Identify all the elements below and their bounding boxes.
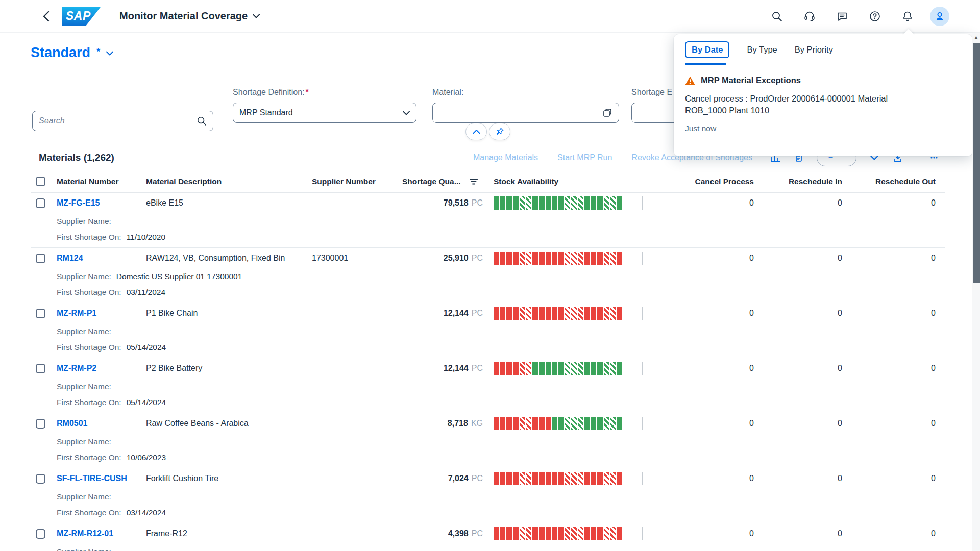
shortage-definition-select[interactable]: MRP Standard: [233, 103, 416, 123]
shortage-quantity-cell: 8,718KG: [385, 419, 483, 428]
material-input-field[interactable]: [439, 108, 602, 117]
table-row[interactable]: MZ-RM-R12-01 Frame-R12 4,398PC 0 0 0: [31, 523, 945, 544]
material-number-link[interactable]: MZ-RM-R12-01: [57, 529, 113, 538]
row-checkbox[interactable]: [36, 419, 45, 429]
shortage-unit: PC: [472, 254, 483, 262]
start-mrp-run-button[interactable]: Start MRP Run: [557, 153, 612, 162]
stock-availability-bar: [494, 196, 622, 210]
scrollbar-thumb[interactable]: [973, 43, 980, 283]
stock-segment: [617, 307, 622, 320]
select-all-checkbox[interactable]: [36, 177, 45, 186]
row-checkbox[interactable]: [36, 309, 45, 318]
row-checkbox[interactable]: [36, 529, 45, 539]
stock-segment: [500, 417, 506, 430]
manage-materials-button[interactable]: Manage Materials: [473, 153, 538, 162]
row-checkbox[interactable]: [36, 254, 45, 263]
material-number-link[interactable]: RM0501: [57, 419, 87, 428]
row-checkbox[interactable]: [36, 198, 45, 208]
stock-segment: [578, 307, 583, 320]
row-checkbox[interactable]: [36, 364, 45, 373]
column-cancel-process[interactable]: Cancel Process: [651, 177, 754, 186]
material-number-link[interactable]: RM124: [57, 254, 83, 262]
reschedule-in-value: 0: [754, 474, 842, 483]
stock-segment: [520, 527, 525, 540]
stock-segment: [552, 417, 557, 430]
stock-segment: [539, 196, 545, 210]
column-shortage-quantity[interactable]: Shortage Qua...: [385, 177, 483, 186]
pin-filter-button[interactable]: [489, 123, 510, 140]
column-material-description[interactable]: Material Description: [130, 177, 294, 186]
material-number-link[interactable]: SF-FL-TIRE-CUSH: [57, 474, 127, 483]
stock-segment: [571, 362, 577, 375]
material-number-link[interactable]: MZ-FG-E15: [57, 198, 100, 207]
tab-by-priority[interactable]: By Priority: [795, 45, 833, 55]
collapse-filter-button[interactable]: [465, 123, 487, 140]
stock-segment: [604, 472, 609, 485]
table-row[interactable]: MZ-FG-E15 eBike E15 79,518PC 0 0 0: [31, 193, 945, 213]
app-title-menu[interactable]: Monitor Material Coverage: [119, 10, 260, 22]
stock-segment: [597, 252, 603, 265]
stock-segment: [558, 362, 564, 375]
tab-by-type[interactable]: By Type: [747, 45, 777, 55]
table-row[interactable]: MZ-RM-P2 P2 Bike Battery 12,144PC 0 0 0: [31, 358, 945, 379]
column-reschedule-out[interactable]: Reschedule Out: [842, 177, 936, 186]
help-icon[interactable]: [865, 6, 885, 27]
material-input[interactable]: [432, 103, 619, 123]
shortage-quantity-cell: 25,910PC: [385, 254, 483, 263]
cancel-process-value: 0: [651, 198, 754, 208]
table-row[interactable]: RM0501 Raw Coffee Beans - Arabica 8,718K…: [31, 413, 945, 434]
page-scrollbar[interactable]: ▲: [972, 33, 980, 551]
chevron-down-icon: [253, 14, 260, 18]
material-number-link[interactable]: MZ-RM-P1: [57, 309, 96, 317]
stock-availability-cell: [483, 307, 651, 320]
chevron-up-icon: [473, 129, 480, 134]
stock-availability-bar: [494, 252, 622, 265]
material-row-block: MZ-RM-P1 P1 Bike Chain 12,144PC 0 0 0 Su…: [31, 303, 945, 358]
stock-segment: [578, 527, 583, 540]
supplier-name-row: Supplier Name:: [57, 544, 945, 551]
first-shortage-row: First Shortage On: 05/14/2024: [57, 394, 945, 411]
stock-segment: [604, 417, 609, 430]
column-supplier-number[interactable]: Supplier Number: [294, 177, 385, 186]
active-tab-underline: [685, 63, 726, 65]
back-button[interactable]: [40, 10, 52, 22]
shortage-unit: PC: [472, 309, 483, 317]
column-material-number[interactable]: Material Number: [49, 177, 130, 186]
column-stock-availability[interactable]: Stock Availability: [483, 177, 651, 186]
supplier-name-label: Supplier Name:: [57, 492, 111, 502]
material-number-link[interactable]: MZ-RM-P2: [57, 364, 96, 372]
scrollbar-up-arrow[interactable]: ▲: [972, 35, 980, 40]
table-row[interactable]: SF-FL-TIRE-CUSH Forklift Cushion Tire 7,…: [31, 468, 945, 489]
stock-segment: [520, 252, 525, 265]
first-shortage-row: First Shortage On: 05/14/2024: [57, 339, 945, 356]
supplier-name-row: Supplier Name:: [57, 323, 945, 339]
stock-segment: [591, 362, 597, 375]
column-reschedule-in[interactable]: Reschedule In: [754, 177, 842, 186]
stock-segment: [494, 362, 499, 375]
variant-selector[interactable]: Standard *: [31, 45, 113, 61]
table-row[interactable]: RM124 RAW124, VB, Consumption, Fixed Bin…: [31, 248, 945, 268]
stock-segment: [604, 527, 609, 540]
reschedule-out-value: 0: [842, 254, 936, 263]
bell-icon[interactable]: [897, 6, 918, 27]
notification-body: Cancel process : ProdOrder 2000614-00000…: [685, 93, 909, 117]
reschedule-in-value: 0: [754, 364, 842, 373]
tab-by-date[interactable]: By Date: [685, 41, 729, 58]
value-help-icon[interactable]: [602, 108, 612, 118]
stock-segment: [604, 196, 609, 210]
search-input[interactable]: [39, 116, 197, 126]
table-header-row: Material Number Material Description Sup…: [31, 170, 945, 193]
notification-item[interactable]: MRP Material Exceptions Cancel process :…: [674, 65, 972, 133]
first-shortage-row: First Shortage On: 10/06/2023: [57, 449, 945, 466]
first-shortage-label: First Shortage On:: [57, 398, 121, 407]
shortage-quantity-cell: 79,518PC: [385, 198, 483, 208]
row-checkbox[interactable]: [36, 474, 45, 484]
stock-segment: [565, 362, 571, 375]
user-avatar[interactable]: [930, 7, 949, 26]
search-icon[interactable]: [197, 116, 207, 126]
chat-icon[interactable]: [832, 6, 852, 27]
headset-icon[interactable]: [799, 6, 820, 27]
search-icon[interactable]: [767, 6, 787, 27]
table-row[interactable]: MZ-RM-P1 P1 Bike Chain 12,144PC 0 0 0: [31, 303, 945, 323]
stock-segment: [597, 472, 603, 485]
